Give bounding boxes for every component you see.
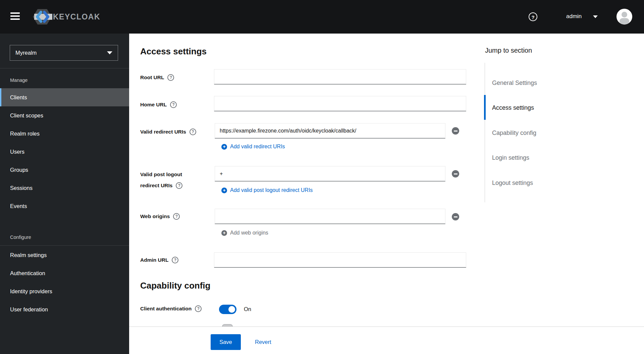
valid-redirect-uri-input[interactable] bbox=[215, 123, 445, 139]
sidebar-divider bbox=[0, 245, 129, 246]
valid-redirect-uris-label: Valid redirect URIs ? bbox=[140, 129, 196, 135]
sidebar-item-users[interactable]: Users bbox=[0, 143, 129, 161]
brand-text: KEYCLOAK bbox=[53, 12, 100, 21]
jump-to-section-heading: Jump to section bbox=[485, 47, 532, 54]
sidebar-item-user-federation[interactable]: User federation bbox=[0, 300, 129, 318]
sidebar-item-groups[interactable]: Groups bbox=[0, 161, 129, 179]
client-authentication-label: Client authentication ? bbox=[140, 305, 202, 312]
sidebar-item-sessions[interactable]: Sessions bbox=[0, 179, 129, 197]
web-origins-label: Web origins ? bbox=[140, 213, 180, 220]
client-authentication-toggle[interactable] bbox=[219, 305, 236, 314]
question-circle-icon[interactable]: ? bbox=[190, 129, 196, 135]
post-logout-uri-input[interactable] bbox=[215, 166, 445, 182]
avatar-head bbox=[622, 12, 627, 17]
add-web-origins-link[interactable]: + Add web origins bbox=[221, 230, 268, 236]
home-url-label: Home URL ? bbox=[140, 101, 177, 108]
sidebar-item-authentication[interactable]: Authentication bbox=[0, 264, 129, 282]
sidebar-item-realm-settings[interactable]: Realm settings bbox=[0, 246, 129, 264]
plus-circle-icon: + bbox=[221, 230, 227, 236]
sidebar-item-identity-providers[interactable]: Identity providers bbox=[0, 282, 129, 300]
plus-circle-icon: + bbox=[221, 188, 227, 193]
remove-post-logout-uri-button[interactable] bbox=[452, 170, 459, 178]
question-circle-icon[interactable]: ? bbox=[195, 305, 202, 312]
avatar-body bbox=[620, 18, 629, 24]
hamburger-menu-icon[interactable] bbox=[10, 12, 20, 21]
add-redirect-uri-link[interactable]: + Add valid redirect URIs bbox=[221, 144, 285, 150]
client-authentication-state: On bbox=[244, 306, 251, 312]
top-bar: KEYCLOAK ? admin bbox=[0, 0, 644, 34]
jump-link-login-settings[interactable]: Login settings bbox=[492, 154, 529, 161]
sidebar-manage-list: Clients Client scopes Realm roles Users … bbox=[0, 88, 129, 215]
question-circle-icon[interactable]: ? bbox=[167, 74, 174, 81]
toggle-knob bbox=[228, 306, 235, 313]
post-logout-uris-label: Valid post logout redirect URIs ? bbox=[140, 169, 182, 191]
root-url-input[interactable] bbox=[214, 69, 466, 85]
home-url-input[interactable] bbox=[214, 96, 466, 111]
sidebar-configure-list: Realm settings Authentication Identity p… bbox=[0, 246, 129, 318]
question-circle-icon[interactable]: ? bbox=[176, 182, 182, 189]
web-origin-input[interactable] bbox=[215, 209, 445, 224]
jump-rule bbox=[485, 63, 485, 202]
admin-url-input[interactable] bbox=[214, 252, 466, 268]
jump-link-logout-settings[interactable]: Logout settings bbox=[492, 180, 533, 187]
sidebar-section-manage: Manage bbox=[10, 78, 28, 83]
plus-circle-icon: + bbox=[221, 144, 227, 150]
user-menu-label[interactable]: admin bbox=[566, 13, 582, 20]
footer-divider bbox=[129, 326, 644, 327]
sidebar-divider bbox=[0, 68, 129, 68]
question-circle-icon[interactable]: ? bbox=[170, 101, 177, 108]
jump-link-capability-config[interactable]: Capability config bbox=[492, 130, 536, 137]
revert-button[interactable]: Revert bbox=[255, 339, 271, 345]
realm-selector[interactable]: Myrealm bbox=[10, 45, 118, 61]
sidebar-item-client-scopes[interactable]: Client scopes bbox=[0, 106, 129, 124]
root-url-label: Root URL ? bbox=[140, 74, 174, 81]
chevron-down-icon[interactable] bbox=[593, 15, 598, 18]
page-title: Access settings bbox=[140, 46, 207, 57]
sidebar-item-events[interactable]: Events bbox=[0, 197, 129, 215]
keycloak-logo: KEYCLOAK bbox=[32, 8, 103, 25]
avatar[interactable] bbox=[616, 9, 632, 24]
admin-url-label: Admin URL ? bbox=[140, 257, 178, 263]
jump-link-access-settings[interactable]: Access settings bbox=[492, 104, 534, 111]
question-circle-icon[interactable]: ? bbox=[172, 257, 178, 263]
sidebar-nav: Myrealm Manage Clients Client scopes Rea… bbox=[0, 34, 129, 354]
capability-config-heading: Capability config bbox=[140, 281, 210, 291]
remove-web-origin-button[interactable] bbox=[452, 213, 459, 220]
help-icon[interactable]: ? bbox=[529, 12, 537, 21]
sidebar-item-realm-roles[interactable]: Realm roles bbox=[0, 124, 129, 143]
sidebar-section-configure: Configure bbox=[10, 235, 31, 240]
jump-link-general-settings[interactable]: General Settings bbox=[492, 80, 537, 87]
sidebar-item-clients[interactable]: Clients bbox=[0, 88, 129, 106]
remove-redirect-uri-button[interactable] bbox=[452, 127, 459, 135]
add-post-logout-uri-link[interactable]: + Add valid post logout redirect URIs bbox=[221, 187, 313, 193]
realm-selector-value: Myrealm bbox=[15, 50, 37, 56]
chevron-down-icon bbox=[107, 51, 112, 54]
jump-active-indicator bbox=[484, 95, 486, 120]
question-circle-icon[interactable]: ? bbox=[173, 213, 180, 220]
save-button[interactable]: Save bbox=[211, 334, 241, 350]
keycloak-admin-console: KEYCLOAK ? admin Myrealm Manage Clients … bbox=[0, 0, 644, 354]
